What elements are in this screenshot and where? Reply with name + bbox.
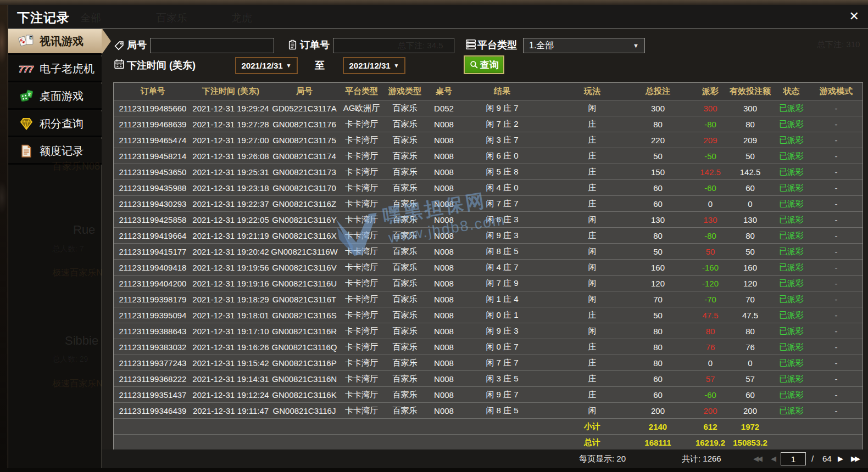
- cell-game-mode: -: [810, 151, 863, 161]
- cell-status: 已派彩: [773, 342, 810, 352]
- first-page-icon[interactable]: ◀◀: [753, 454, 761, 463]
- cell-table-number: N008: [426, 136, 462, 145]
- dice-icon: $: [18, 89, 35, 104]
- col-header: 订单号: [114, 86, 192, 97]
- cell-result: 闲 3 庄 5: [462, 374, 542, 384]
- svg-text:9: 9: [30, 36, 32, 39]
- round-number-input[interactable]: [150, 38, 274, 53]
- cell-table-number: N008: [426, 263, 462, 272]
- cell-round-number: GN00821C3116T: [270, 295, 339, 304]
- cell-play-type: 闲: [562, 215, 622, 225]
- subtotal-valid-bet: 1972: [727, 422, 773, 431]
- col-header: 结果: [462, 86, 542, 97]
- cell-valid-bet: 80: [727, 120, 773, 129]
- cell-game-type: 百家乐: [384, 406, 426, 416]
- cell-payout: 0: [693, 199, 727, 209]
- cell-bet-time: 2021-12-31 19:17:10: [192, 327, 270, 336]
- cell-bet-time: 2021-12-31 19:29:24: [192, 104, 270, 113]
- table-row: 211231199453650 2021-12-31 19:25:31 GN00…: [114, 164, 863, 179]
- cell-order-number: 211231199377243: [114, 358, 192, 368]
- cell-round-number: GN00821C3116Y: [270, 215, 339, 224]
- cell-round-number: GN00821C3116P: [270, 358, 339, 368]
- sidebar-item-video-games[interactable]: K 9 视讯游戏: [8, 29, 102, 55]
- cell-order-number: 211231199351437: [114, 390, 192, 400]
- cell-platform: 卡卡湾厅: [339, 215, 384, 225]
- cell-result: 闲 9 庄 7: [462, 390, 542, 400]
- cell-game-mode: -: [810, 247, 863, 256]
- cell-payout: -80: [693, 120, 727, 129]
- order-number-input[interactable]: [333, 38, 454, 53]
- platform-type-select[interactable]: 1.全部 ▼: [523, 38, 645, 53]
- date-from-value: 2021/12/31: [242, 61, 283, 70]
- table-row: 211231199346439 2021-12-31 19:11:47 GN00…: [114, 402, 863, 418]
- cell-game-type: 百家乐: [384, 246, 426, 257]
- table-row: 211231199395094 2021-12-31 19:18:01 GN00…: [114, 307, 863, 323]
- date-from-picker[interactable]: 2021/12/31 ▼: [235, 57, 298, 74]
- cell-total-bet: 80: [622, 327, 693, 336]
- grand-total-label: 总计: [562, 437, 622, 448]
- cell-payout: 57: [693, 374, 727, 384]
- cell-game-type: 百家乐: [384, 167, 426, 177]
- cell-result: 闲 0 庄 7: [462, 342, 542, 352]
- cell-round-number: GN00821C3116S: [270, 311, 339, 320]
- table-row: 211231199468639 2021-12-31 19:27:28 GN00…: [114, 116, 863, 132]
- sidebar: K 9 视讯游戏 777 电子老虎机: [8, 29, 102, 468]
- prev-page-icon[interactable]: ◀: [771, 454, 775, 463]
- table-row: 211231199465474 2021-12-31 19:27:00 GN00…: [114, 132, 863, 148]
- page-number-input[interactable]: [781, 452, 806, 465]
- cell-platform: 卡卡湾厅: [339, 278, 384, 289]
- page-total: 64: [822, 454, 832, 463]
- cell-play-type: 闲: [562, 406, 622, 416]
- cell-game-type: 百家乐: [384, 199, 426, 209]
- cell-total-bet: 50: [622, 151, 693, 161]
- cell-status: 已派彩: [773, 215, 810, 225]
- table-row: 211231199435988 2021-12-31 19:23:18 GN00…: [114, 179, 863, 195]
- cell-total-bet: 60: [622, 183, 693, 193]
- cell-platform: 卡卡湾厅: [339, 246, 384, 257]
- cell-status: 已派彩: [773, 167, 810, 177]
- close-icon[interactable]: ✕: [849, 9, 859, 24]
- cell-status: 已派彩: [773, 183, 810, 193]
- search-icon: [470, 60, 478, 69]
- cell-table-number: N008: [426, 199, 462, 209]
- cell-round-number: GN00821C3116Z: [270, 199, 339, 209]
- cell-table-number: N008: [426, 247, 462, 256]
- chevron-down-icon: ▼: [633, 42, 639, 49]
- next-page-icon[interactable]: ▶: [838, 454, 842, 463]
- cell-game-mode: -: [810, 327, 863, 336]
- sidebar-item-slots[interactable]: 777 电子老虎机: [8, 57, 102, 82]
- cell-platform: 卡卡湾厅: [339, 231, 384, 241]
- sidebar-item-table-games[interactable]: $ 桌面游戏: [8, 84, 102, 110]
- cell-game-mode: -: [810, 183, 863, 193]
- col-header: 状态: [773, 86, 810, 97]
- last-page-icon[interactable]: ▶▶: [851, 454, 859, 463]
- cell-game-type: 百家乐: [384, 374, 426, 384]
- cell-status: 已派彩: [773, 135, 810, 145]
- cell-play-type: 闲: [562, 294, 622, 305]
- cell-round-number: GN00821C31176: [270, 120, 339, 129]
- cell-game-type: 百家乐: [384, 215, 426, 225]
- cell-status: 已派彩: [773, 151, 810, 161]
- cell-round-number: GN00821C3116N: [270, 374, 339, 384]
- cell-table-number: N008: [426, 390, 462, 400]
- subtotal-label: 小计: [562, 422, 622, 432]
- cell-payout: -60: [693, 390, 727, 400]
- table-row: 211231199377243 2021-12-31 19:15:42 GN00…: [114, 355, 863, 370]
- cell-game-type: 百家乐: [384, 326, 426, 336]
- cell-payout: -60: [693, 183, 727, 193]
- cell-result: 闲 7 庄 9: [462, 278, 542, 289]
- sidebar-item-label: 额度记录: [40, 144, 84, 159]
- cell-valid-bet: 0: [727, 358, 773, 368]
- sidebar-item-points[interactable]: 积分查询: [8, 111, 102, 137]
- cell-valid-bet: 209: [727, 136, 773, 145]
- bg-tab: 全部: [80, 11, 101, 25]
- search-button[interactable]: 查询: [464, 55, 504, 74]
- cell-order-number: 211231199395094: [114, 311, 192, 320]
- sidebar-item-quota-records[interactable]: 额度记录: [8, 139, 102, 165]
- cell-total-bet: 60: [622, 199, 693, 209]
- playing-cards-icon: K 9: [18, 34, 35, 49]
- cell-game-type: 百家乐: [384, 390, 426, 400]
- date-to-picker[interactable]: 2021/12/31 ▼: [343, 57, 405, 74]
- cell-play-type: 庄: [562, 199, 622, 209]
- cell-bet-time: 2021-12-31 19:11:47: [192, 406, 270, 415]
